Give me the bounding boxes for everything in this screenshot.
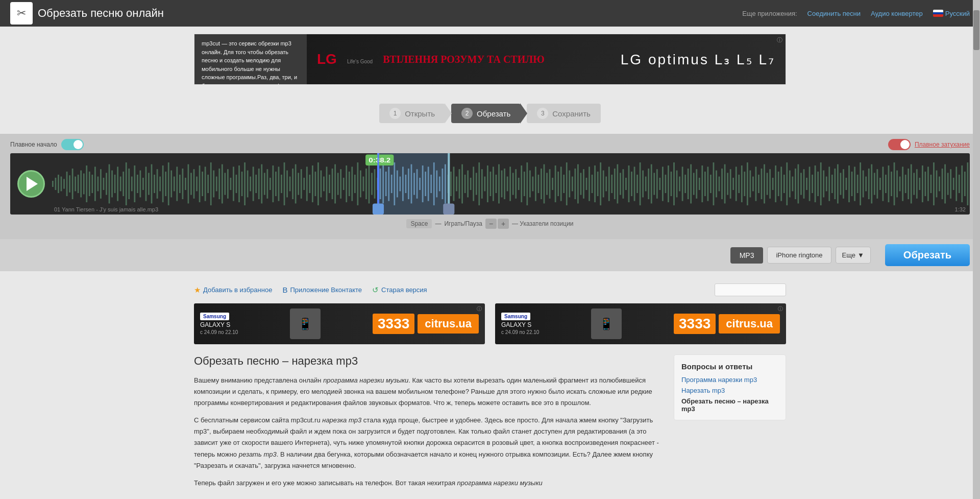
svg-rect-85	[292, 169, 293, 199]
fade-end-toggle[interactable]	[888, 139, 911, 150]
svg-rect-190	[589, 167, 590, 201]
svg-rect-81	[281, 175, 282, 193]
svg-rect-256	[775, 165, 776, 202]
audio-converter-link[interactable]: Аудио конвертер	[871, 10, 923, 17]
svg-rect-224	[684, 175, 686, 193]
pos-minus-btn[interactable]: −	[485, 219, 497, 229]
svg-rect-312	[933, 162, 935, 205]
ad-banner-2[interactable]: Samsung GALAXY S с 24.09 по 22.10 📱 3333…	[495, 303, 786, 344]
svg-rect-307	[919, 178, 920, 190]
svg-rect-50	[193, 169, 195, 199]
svg-rect-266	[803, 169, 805, 199]
price-badge-2: 3333	[674, 314, 716, 334]
svg-rect-255	[772, 178, 774, 190]
old-version-link[interactable]: ↺ Старая версия	[372, 286, 427, 295]
svg-rect-39	[162, 165, 164, 202]
vk-app-link[interactable]: В Приложение Вконтакте	[282, 286, 362, 294]
svg-rect-239	[727, 173, 728, 195]
svg-rect-309	[924, 172, 926, 196]
svg-rect-279	[840, 173, 842, 195]
svg-rect-67	[241, 172, 243, 196]
svg-rect-167	[524, 172, 525, 196]
svg-rect-16	[97, 177, 99, 192]
svg-rect-267	[806, 178, 807, 190]
play-button[interactable]	[17, 170, 45, 198]
galaxy-model-2: GALAXY S	[501, 321, 531, 328]
svg-rect-15	[94, 167, 96, 201]
ad1-info: Samsung GALAXY S с 24.09 по 22.10	[200, 313, 238, 335]
svg-rect-23	[117, 167, 118, 201]
svg-rect-165	[518, 178, 520, 190]
svg-rect-170	[532, 177, 533, 192]
svg-rect-10	[80, 171, 82, 198]
svg-rect-226	[690, 164, 692, 204]
add-to-fav-link[interactable]: ★ Добавить в избранное	[194, 286, 272, 295]
svg-rect-245	[744, 172, 745, 196]
svg-rect-278	[837, 164, 839, 204]
positions-label: — Указатели позиции	[512, 220, 574, 227]
svg-rect-230	[701, 165, 703, 202]
svg-rect-286	[860, 162, 861, 205]
language-button[interactable]: Русский	[933, 10, 970, 17]
step-cut[interactable]: 2 Обрезать	[451, 104, 521, 123]
svg-rect-225	[688, 169, 689, 199]
ad-banner-1[interactable]: Samsung GALAXY S с 24.09 по 22.10 📱 3333…	[194, 303, 485, 344]
svg-rect-53	[202, 172, 203, 196]
waveform-svg: // Generate waveform data inline isn't p…	[52, 153, 970, 215]
svg-rect-238	[724, 164, 726, 204]
waveform-area[interactable]: // Generate waveform data inline isn't p…	[52, 153, 970, 215]
svg-rect-57	[213, 171, 214, 198]
scrollbar-thumb[interactable]	[973, 10, 979, 50]
svg-rect-258	[780, 167, 782, 201]
svg-rect-169	[529, 171, 531, 198]
svg-rect-78	[273, 165, 274, 202]
svg-rect-160	[504, 169, 505, 199]
svg-rect-199	[614, 169, 616, 199]
svg-rect-60	[222, 164, 223, 204]
svg-rect-195	[603, 171, 604, 198]
svg-rect-164	[515, 169, 517, 199]
qa-link-1[interactable]: Программа нарезки mp3	[681, 376, 778, 384]
svg-rect-214	[656, 169, 658, 199]
svg-rect-191	[592, 175, 593, 193]
ad-close-icon[interactable]: ⓘ	[777, 36, 782, 44]
fade-start-toggle[interactable]	[61, 139, 84, 150]
svg-rect-79	[275, 172, 277, 196]
svg-rect-20	[109, 164, 110, 204]
svg-rect-86	[295, 164, 297, 204]
svg-rect-290	[871, 164, 872, 204]
svg-rect-291	[874, 173, 875, 195]
price-badge-1: 3333	[373, 314, 414, 334]
svg-rect-97	[326, 167, 328, 201]
step-save[interactable]: 3 Сохранить	[527, 104, 601, 123]
search-input[interactable]	[715, 283, 786, 296]
svg-rect-38	[159, 177, 161, 192]
svg-rect-189	[586, 178, 587, 190]
ads-row: Samsung GALAXY S с 24.09 по 22.10 📱 3333…	[194, 303, 786, 344]
star-icon: ★	[194, 286, 201, 295]
ad-right: LG Life's Good ВТІЛЕННЯ РОЗУМУ ТА СТИЛЮ …	[307, 34, 786, 84]
qa-link-3-active: Обрезать песню – нарезка mp3	[681, 397, 778, 413]
cut-button[interactable]: Обрезать	[885, 244, 970, 266]
mp3-button[interactable]: MP3	[730, 247, 764, 264]
svg-rect-296	[888, 165, 890, 202]
svg-rect-181	[563, 175, 565, 193]
svg-rect-17	[100, 169, 102, 199]
pos-plus-btn[interactable]: +	[498, 219, 509, 229]
svg-rect-69	[247, 171, 249, 198]
scrollbar[interactable]	[973, 0, 980, 499]
step3-label: Сохранить	[552, 109, 591, 118]
svg-rect-206	[634, 167, 635, 201]
svg-rect-277	[834, 169, 836, 199]
svg-rect-168	[526, 162, 528, 205]
step-open[interactable]: 1 Открыть	[379, 104, 445, 123]
more-button[interactable]: Еще ▼	[836, 247, 871, 264]
ad1-close[interactable]: ⓘ	[477, 305, 482, 313]
qa-link-2[interactable]: Нарезать mp3	[681, 387, 778, 394]
svg-rect-287	[863, 171, 864, 198]
iphone-ringtone-button[interactable]: iPhone ringtone	[767, 247, 831, 264]
join-songs-link[interactable]: Соединить песни	[807, 10, 861, 17]
svg-rect-310	[927, 167, 929, 201]
ad2-close[interactable]: ⓘ	[778, 305, 783, 313]
svg-rect-111	[365, 169, 367, 199]
